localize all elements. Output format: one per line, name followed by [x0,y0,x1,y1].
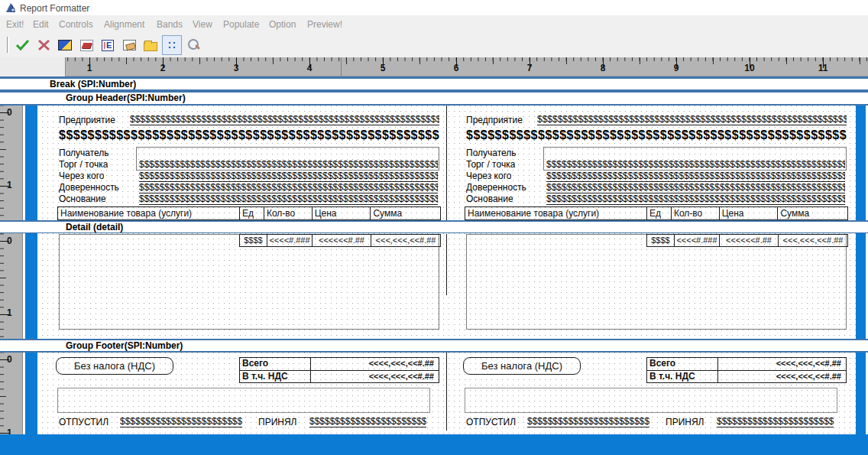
incl-vat-label: В т.ч. НДС [647,371,717,382]
header-cell-qty: Кол-во [671,207,719,219]
recipient-label[interactable]: Получатель [466,148,517,158]
detail-qty-field[interactable]: <<<<#.### [267,234,313,247]
received-label[interactable]: ПРИНЯЛ [666,417,704,427]
detail-body-box[interactable] [59,234,439,330]
recipient-label[interactable]: Получатель [59,148,109,158]
detail-unit-field[interactable]: $$$$ [646,234,675,247]
basis-label[interactable]: Основание [59,193,106,204]
trade-point-value-field[interactable]: $$$$$$$$$$$$$$$$$$$$$$$$$$$$$$$$$$$$$$$$… [139,159,438,171]
trade-point-label[interactable]: Торг / точка [59,159,108,170]
dispatched-label[interactable]: ОТПУСТИЛ [466,417,516,427]
proxy-label[interactable]: Доверенность [466,182,526,193]
proxy-value-field[interactable]: $$$$$$$$$$$$$$$$$$$$$$$$$$$$$$$$$$$$$$$$… [546,182,845,193]
basis-label[interactable]: Основание [466,193,513,204]
total-row: Всего <<<<,<<<,<<#.## [647,358,846,370]
detail-qty-field[interactable]: <<<<#.### [674,234,720,247]
totals-table[interactable]: Всего <<<<,<<<,<<#.## В т.ч. НДС <<<<,<<… [646,357,847,383]
detail-price-field[interactable]: <<<<<<#.## [312,234,371,247]
proxy-value-field[interactable]: $$$$$$$$$$$$$$$$$$$$$$$$$$$$$$$$$$$$$$$$… [139,182,438,193]
vat-row: В т.ч. НДС <<<<,<<<,<<#.## [647,370,846,382]
header-cell-sum: Сумма [777,207,847,219]
trade-point-value-field[interactable]: $$$$$$$$$$$$$$$$$$$$$$$$$$$$$$$$$$$$$$$$… [546,159,845,171]
report-formatter-window: Report Formatter Exit! Edit Controls Ali… [0,0,868,455]
trade-point-label[interactable]: Торг / точка [466,159,515,170]
proxy-label[interactable]: Доверенность [59,182,119,193]
detail-sum-field[interactable]: <<<,<<<,<<#.## [778,234,848,247]
enterprise-value-bold-field[interactable]: $$$$$$$$$$$$$$$$$$$$$$$$$$$$$$$$$$$$$$$$… [59,128,439,141]
via-whom-value-field[interactable]: $$$$$$$$$$$$$$$$$$$$$$$$$$$$$$$$$$$$$$$$… [546,171,845,182]
items-table-header[interactable]: Наименование товара (услуги) Ед Кол-во Ц… [465,206,848,220]
dispatched-signature-field[interactable]: $$$$$$$$$$$$$$$$$$$$$$$$$$ [527,416,649,427]
items-table-header[interactable]: Наименование товара (услуги) Ед Кол-во Ц… [57,206,441,220]
enterprise-label[interactable]: Предприятие [59,115,115,125]
via-whom-value-field[interactable]: $$$$$$$$$$$$$$$$$$$$$$$$$$$$$$$$$$$$$$$$… [139,171,438,182]
total-label: Всего [647,358,717,370]
basis-value-field[interactable]: $$$$$$$$$$$$$$$$$$$$$$$$$$$$$$$$$$$$$$$$… [546,193,845,205]
enterprise-value-bold-field[interactable]: $$$$$$$$$$$$$$$$$$$$$$$$$$$$$$$$$$$$$$$$… [466,128,847,141]
basis-value-field[interactable]: $$$$$$$$$$$$$$$$$$$$$$$$$$$$$$$$$$$$$$$$… [139,193,438,205]
enterprise-label[interactable]: Предприятие [466,115,523,125]
enterprise-value-field[interactable]: $$$$$$$$$$$$$$$$$$$$$$$$$$$$$$$$$$$$$$$$… [130,114,439,125]
band-bar-group-footer[interactable]: Group Footer(SPI:Number) [0,339,868,353]
header-cell-price: Цена [719,207,778,219]
incl-vat-label: В т.ч. НДС [240,371,310,382]
app-background-fill [0,434,868,455]
no-tax-box[interactable]: Без налога (НДС) [56,357,173,375]
header-cell-name: Наименование товара (услуги) [58,207,239,219]
dispatched-label[interactable]: ОТПУСТИЛ [59,417,108,427]
band-bar-group-header[interactable]: Group Header(SPI:Number) [0,91,868,106]
detail-unit-field[interactable]: $$$$ [239,234,267,247]
vat-value: <<<<,<<<,<<#.## [717,371,846,382]
via-whom-label[interactable]: Через кого [466,171,511,181]
band-bar-detail[interactable]: Detail (detail) [0,220,868,233]
received-label[interactable]: ПРИНЯЛ [258,417,296,427]
header-cell-price: Цена [312,207,371,219]
total-label: Всего [240,358,310,370]
via-whom-label[interactable]: Через кого [59,171,104,181]
received-signature-field[interactable]: $$$$$$$$$$$$$$$$$$$$$$$$$$ [717,416,834,427]
notes-box[interactable] [465,388,837,413]
header-cell-unit: Ед [239,207,264,219]
no-tax-box[interactable]: Без налога (НДС) [463,357,581,375]
header-cell-unit: Ед [646,207,671,219]
detail-body-box[interactable] [466,234,847,330]
dispatched-signature-field[interactable]: $$$$$$$$$$$$$$$$$$$$$$$$$$ [120,416,242,427]
total-value: <<<<,<<<,<<#.## [717,358,846,370]
detail-price-field[interactable]: <<<<<<#.## [719,234,779,247]
header-cell-name: Наименование товара (услуги) [465,207,646,219]
header-cell-qty: Кол-во [264,207,312,219]
notes-box[interactable] [57,388,430,413]
band-bar-break[interactable]: Break (SPI:Number) [0,76,868,91]
enterprise-value-field[interactable]: $$$$$$$$$$$$$$$$$$$$$$$$$$$$$$$$$$$$$$$$… [537,114,847,125]
